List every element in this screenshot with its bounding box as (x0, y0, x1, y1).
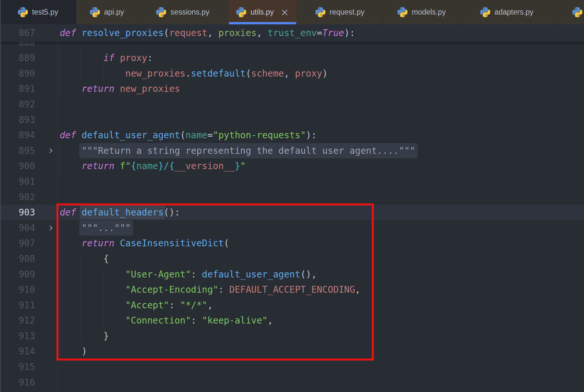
indent-guide (103, 267, 104, 282)
code-line[interactable]: if proxy: (58, 50, 584, 66)
code-token: __version__ (175, 161, 235, 171)
line-number: 900 (0, 158, 58, 174)
code-line[interactable]: { (58, 251, 584, 267)
code-row-907[interactable]: 907 return CaseInsensitiveDict( (0, 236, 584, 251)
code-line[interactable]: return f"{name}/{__version__}" (58, 158, 584, 174)
line-number: 908 (0, 251, 58, 267)
code-row-894[interactable]: 894def default_user_agent(name="python-r… (0, 128, 584, 143)
tab-label: request.py (330, 8, 364, 17)
python-icon (397, 7, 408, 17)
code-line[interactable] (58, 97, 584, 112)
code-line[interactable] (58, 112, 584, 128)
code-line[interactable]: ) (58, 344, 584, 359)
code-token (115, 83, 120, 94)
window-left-edge (0, 0, 1, 392)
code-line[interactable]: "Connection": "keep-alive", (58, 313, 584, 328)
python-icon (18, 7, 28, 17)
code-row-902[interactable]: 902 (0, 190, 584, 205)
tab-request-py[interactable]: request.py (297, 0, 383, 24)
sticky-header[interactable]: 867 def resolve_proxies(request, proxies… (0, 24, 584, 42)
code-token: , (207, 300, 213, 311)
line-number: 893 (0, 112, 58, 128)
code-editor[interactable]: 888889 if proxy:890 new_proxies.setdefau… (0, 24, 584, 392)
code-token: } (235, 161, 240, 171)
code-token: { (169, 161, 175, 171)
indent-guide (103, 313, 104, 328)
code-token: (): (164, 207, 180, 218)
tab-bar: test5.pyapi.pysessions.pyutils.py×reques… (0, 0, 584, 24)
code-line[interactable]: "User-Agent": default_user_agent(), (58, 267, 584, 282)
code-token: ( (164, 28, 169, 38)
code-line[interactable] (58, 359, 584, 375)
code-token: default_user_agent (202, 269, 300, 280)
code-line[interactable]: def default_headers(): (58, 205, 584, 220)
indent-guide (60, 251, 60, 267)
code-line[interactable] (58, 375, 584, 390)
code-row-903[interactable]: 903def default_headers(): (0, 205, 584, 220)
code-row-909[interactable]: 909 "User-Agent": default_user_agent(), (0, 267, 584, 282)
code-row-912[interactable]: 912 "Connection": "keep-alive", (0, 313, 584, 328)
code-token: , (268, 315, 273, 326)
code-row-893[interactable]: 893 (0, 112, 584, 128)
code-line[interactable] (58, 190, 584, 205)
tab-adapters-py[interactable]: adapters.py (461, 0, 553, 24)
code-row-908[interactable]: 908 { (0, 251, 584, 267)
code-row-915[interactable]: 915 (0, 359, 584, 375)
code-row-895[interactable]: 895› """Return a string representing the… (0, 143, 584, 159)
code-line[interactable]: return CaseInsensitiveDict( (58, 236, 584, 251)
code-line[interactable]: new_proxies.setdefault(scheme, proxy) (58, 66, 584, 81)
code-row-900[interactable]: 900 return f"{name}/{__version__}" (0, 158, 584, 174)
code-row-891[interactable]: 891 return new_proxies (0, 81, 584, 97)
code-line[interactable]: return new_proxies (58, 81, 584, 97)
python-icon (156, 7, 166, 17)
code-token: "Connection" (125, 315, 191, 326)
code-token: default_user_agent (81, 130, 180, 141)
code-token: f" (120, 161, 131, 171)
tab-test5-py[interactable]: test5.py (0, 0, 76, 24)
fold-chevron-icon[interactable]: › (45, 143, 56, 159)
code-token: , (355, 284, 360, 295)
code-token: ): (344, 28, 355, 38)
line-number: 915 (0, 359, 58, 375)
code-line[interactable]: """Return a string representing the defa… (58, 143, 584, 159)
code-line[interactable]: def default_user_agent(name="python-requ… (58, 128, 584, 143)
active-tab-indicator (229, 22, 296, 24)
code-row-913[interactable]: 913 } (0, 328, 584, 344)
code-line[interactable]: "Accept-Encoding": DEFAULT_ACCEPT_ENCODI… (58, 282, 584, 298)
tab-con[interactable]: con (553, 0, 584, 24)
code-row-904[interactable]: 904› """...""" (0, 220, 584, 236)
tab-models-py[interactable]: models.py (383, 0, 461, 24)
code-token: = (317, 28, 322, 38)
fold-chevron-icon[interactable]: › (45, 220, 56, 236)
code-row-914[interactable]: 914 ) (0, 344, 584, 359)
code-row-910[interactable]: 910 "Accept-Encoding": DEFAULT_ACCEPT_EN… (0, 282, 584, 298)
indent-guide (60, 313, 60, 328)
tab-label: utils.py (250, 8, 274, 17)
tab-utils-py[interactable]: utils.py× (228, 0, 297, 24)
code-row-916[interactable]: 916 (0, 375, 584, 390)
code-token: name (136, 161, 158, 171)
indent-guide (103, 66, 104, 81)
close-icon[interactable]: × (281, 7, 289, 17)
code-token: ( (246, 68, 251, 79)
code-token: : (191, 315, 202, 326)
code-token: "User-Agent" (125, 269, 191, 280)
tab-api-py[interactable]: api.py (76, 0, 138, 24)
code-line[interactable]: "Accept": "*/*", (58, 298, 584, 313)
code-token: ) (322, 68, 328, 79)
code-token: ( (180, 130, 186, 141)
tab-sessions-py[interactable]: sessions.py (138, 0, 228, 24)
code-token: "Accept-Encoding" (125, 284, 218, 295)
code-token: = (207, 130, 213, 141)
code-row-892[interactable]: 892 (0, 97, 584, 112)
code-line[interactable]: } (58, 328, 584, 344)
tab-label: adapters.py (494, 8, 533, 17)
code-line[interactable]: """...""" (58, 220, 584, 236)
code-row-890[interactable]: 890 new_proxies.setdefault(scheme, proxy… (0, 66, 584, 81)
code-line[interactable] (58, 174, 584, 190)
indent-guide (103, 298, 104, 313)
code-row-901[interactable]: 901 (0, 174, 584, 190)
code-row-911[interactable]: 911 "Accept": "*/*", (0, 298, 584, 313)
code-row-889[interactable]: 889 if proxy: (0, 50, 584, 66)
code-token: : (191, 269, 202, 280)
